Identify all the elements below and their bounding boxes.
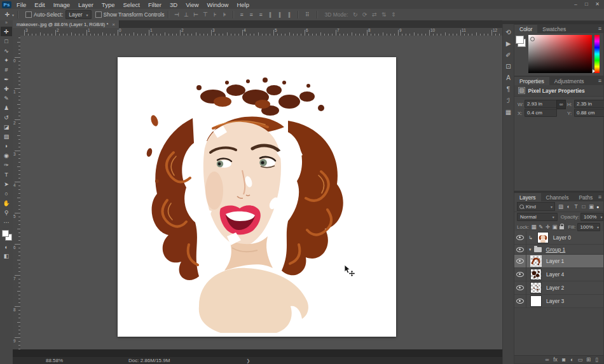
tab-layers[interactable]: Layers: [514, 193, 541, 201]
menu-file[interactable]: File: [17, 1, 26, 8]
foreground-swatch[interactable]: [516, 36, 524, 44]
menu-edit[interactable]: Edit: [34, 1, 45, 8]
saturation-brightness-field[interactable]: [528, 35, 592, 73]
filter-pixel-layers-icon[interactable]: ▨: [557, 203, 565, 210]
add-layer-mask-icon[interactable]: ◙: [559, 356, 568, 363]
foreground-background-swatches[interactable]: [2, 230, 11, 240]
gradient-tool[interactable]: ▨: [1, 131, 12, 141]
close-button[interactable]: ✕: [592, 0, 603, 8]
opacity-dropdown[interactable]: 100% ▾: [580, 213, 603, 221]
x-field[interactable]: 0.4 cm: [525, 109, 557, 117]
color-marker[interactable]: [530, 37, 535, 41]
quick-selection-tool[interactable]: ✦: [1, 55, 12, 65]
horizontal-scroll-zone[interactable]: [13, 349, 502, 357]
collapse-toolbar-icon[interactable]: »: [0, 20, 13, 27]
layer-row-layer4[interactable]: Layer 4: [514, 268, 603, 281]
layer-name[interactable]: Layer 1: [546, 258, 564, 264]
distribute-horizontal-centers-icon[interactable]: ∥: [275, 11, 285, 18]
menu-type[interactable]: Type: [102, 1, 115, 8]
crop-tool[interactable]: #: [1, 65, 12, 74]
path-selection-tool[interactable]: ➤: [1, 179, 12, 189]
zoom-tool[interactable]: ⚲: [1, 208, 12, 217]
distribute-bottom-edges-icon[interactable]: ≡: [256, 11, 266, 18]
lasso-tool[interactable]: ∿: [1, 46, 12, 55]
menu-help[interactable]: Help: [237, 1, 249, 8]
foreground-color-swatch[interactable]: [2, 230, 9, 237]
link-dimensions-icon[interactable]: ∞: [556, 100, 566, 109]
move-tool-preset-icon[interactable]: ✛: [3, 11, 12, 18]
distribute-left-edges-icon[interactable]: ∥: [266, 11, 275, 18]
marquee-tool[interactable]: □: [1, 36, 12, 46]
brush-tool[interactable]: ✎: [1, 93, 12, 103]
new-layer-icon[interactable]: ⊞: [584, 356, 593, 363]
visibility-toggle[interactable]: [514, 245, 526, 254]
lock-image-pixels-icon[interactable]: ✎: [537, 224, 544, 230]
menu-select[interactable]: Select: [123, 1, 139, 8]
width-field[interactable]: 2.93 in: [525, 100, 557, 108]
layer-style-icon[interactable]: fx: [551, 356, 559, 363]
distribute-vertical-centers-icon[interactable]: ≡: [247, 11, 256, 18]
auto-align-layers-icon[interactable]: ⠿: [302, 11, 313, 18]
align-horizontal-centers-icon[interactable]: ⊥: [182, 11, 191, 18]
align-vertical-centers-icon[interactable]: ⊦: [210, 11, 220, 18]
tab-channels[interactable]: Channels: [541, 193, 574, 201]
paragraph-panel-icon[interactable]: ¶: [504, 84, 514, 94]
tab-properties[interactable]: Properties: [514, 77, 549, 85]
layer-row-layer1-selected[interactable]: Layer 1: [514, 255, 603, 268]
patterns-panel-icon[interactable]: ▦: [504, 107, 514, 117]
lock-position-icon[interactable]: ✛: [544, 224, 551, 230]
menu-window[interactable]: Window: [207, 1, 229, 8]
layer-name[interactable]: Layer 0: [553, 234, 571, 241]
lock-transparent-pixels-icon[interactable]: ▦: [530, 224, 537, 230]
layer-row-layer0[interactable]: ↳ Layer 0: [514, 231, 603, 245]
move-tool[interactable]: ✛: [1, 27, 12, 36]
layer-row-layer3[interactable]: Layer 3: [514, 295, 603, 308]
close-tab-icon[interactable]: ×: [112, 22, 115, 27]
document-tab[interactable]: makeover-.jpg @ 88.6% (Layer 1, RGB/8) *…: [13, 20, 120, 28]
filter-smart-objects-icon[interactable]: ▣: [587, 203, 595, 210]
type-tool[interactable]: T: [1, 170, 12, 179]
edit-toolbar-button[interactable]: ⋯: [1, 217, 12, 227]
tab-paths[interactable]: Paths: [573, 193, 598, 201]
hand-tool[interactable]: ✋: [1, 198, 12, 208]
tab-swatches[interactable]: Swatches: [537, 25, 571, 33]
healing-brush-tool[interactable]: ✚: [1, 84, 12, 93]
layer-thumbnail[interactable]: [530, 255, 542, 267]
align-left-edges-icon[interactable]: ⊣: [172, 11, 182, 18]
canvas-image[interactable]: [118, 57, 396, 337]
distribute-right-edges-icon[interactable]: ∥: [285, 11, 294, 18]
y-field[interactable]: 0.88 cm: [574, 109, 604, 117]
menu-3d[interactable]: 3D: [170, 1, 177, 8]
filter-shape-layers-icon[interactable]: □: [580, 203, 587, 210]
layer-name[interactable]: Layer 2: [546, 285, 564, 291]
clone-stamp-tool[interactable]: ♟: [1, 103, 12, 112]
zoom-level-field[interactable]: 88.58%: [46, 358, 84, 363]
align-top-edges-icon[interactable]: ⊤: [201, 11, 210, 18]
pasteboard[interactable]: [20, 36, 502, 349]
tab-adjustments[interactable]: Adjustments: [549, 77, 589, 85]
layer-thumbnail[interactable]: [530, 282, 542, 293]
lock-all-icon[interactable]: [559, 226, 564, 229]
new-adjustment-layer-icon[interactable]: ◐: [568, 356, 576, 363]
tool-preset-caret-icon[interactable]: ▾: [12, 13, 14, 17]
layer-name[interactable]: Layer 3: [546, 298, 564, 304]
visibility-toggle[interactable]: [514, 295, 526, 307]
filter-kind-dropdown[interactable]: Kind ▾: [517, 202, 555, 211]
restore-button[interactable]: □: [581, 0, 592, 8]
history-panel-icon[interactable]: ⟲: [504, 27, 514, 37]
clone-source-panel-icon[interactable]: ⊡: [504, 61, 514, 71]
blur-tool[interactable]: ◗: [1, 141, 12, 151]
history-brush-tool[interactable]: ↺: [1, 112, 12, 122]
filter-toggle-icon[interactable]: ●: [596, 205, 599, 209]
layer-row-group1[interactable]: ▾ Group 1: [514, 245, 603, 255]
eyedropper-tool[interactable]: ✒: [1, 74, 12, 84]
visibility-toggle[interactable]: [514, 255, 526, 267]
expand-chevron-icon[interactable]: ▾: [529, 247, 532, 252]
menu-image[interactable]: Image: [53, 1, 70, 8]
filter-type-layers-icon[interactable]: T: [572, 203, 580, 210]
actions-panel-icon[interactable]: ▶: [504, 38, 514, 48]
status-more-icon[interactable]: ❯: [246, 358, 250, 363]
blend-mode-dropdown[interactable]: Normal ▾: [517, 213, 558, 221]
3d-scale-icon[interactable]: ⇕: [388, 11, 398, 18]
glyphs-panel-icon[interactable]: ℐ: [504, 95, 514, 105]
